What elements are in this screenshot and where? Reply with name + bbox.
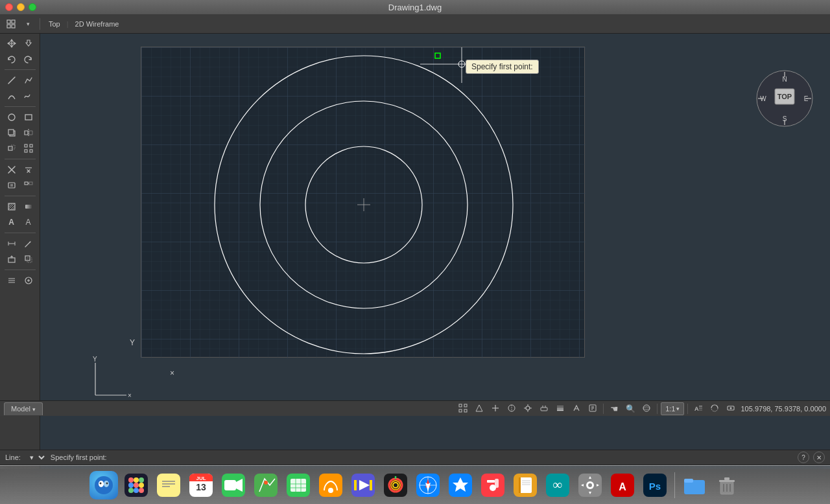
drawing-canvas[interactable]: Specify first point: [141, 47, 585, 358]
arc-tool-btn[interactable] [3, 89, 19, 103]
maximize-button[interactable] [29, 3, 36, 11]
polar-btn[interactable] [504, 402, 519, 415]
redo-btn[interactable] [20, 52, 36, 66]
dropdown-btn[interactable]: ▾ [21, 17, 35, 31]
display-mode-label[interactable]: 2D Wireframe [71, 20, 123, 28]
polyline-btn[interactable] [20, 73, 36, 87]
pan-view-btn[interactable]: ☚ [607, 402, 621, 415]
dock-item-finder-folder[interactable] [680, 471, 709, 499]
edit-tools [3, 163, 36, 177]
erase-btn[interactable] [3, 163, 19, 177]
svg-text:×: × [128, 392, 132, 399]
xref-btn[interactable] [20, 252, 36, 266]
lweight-btn[interactable] [553, 402, 567, 415]
svg-text:13: 13 [196, 482, 206, 492]
drawing-svg [141, 47, 586, 358]
zoom-scale-btn[interactable]: 1:1 ▾ [661, 402, 684, 415]
svg-line-4 [8, 77, 15, 84]
svg-point-117 [139, 483, 144, 488]
svg-point-118 [128, 488, 134, 493]
command-dropdown[interactable]: ▾ [25, 452, 47, 463]
move-tool-btn[interactable] [3, 36, 19, 51]
svg-rect-1 [12, 20, 15, 23]
trim-btn[interactable] [20, 163, 36, 177]
layer-btn[interactable] [3, 273, 19, 288]
dock-item-finder[interactable] [89, 471, 118, 499]
dock-item-launchpad[interactable] [122, 471, 150, 499]
ortho-btn[interactable] [488, 402, 503, 415]
dock-item-calendar[interactable]: JUL13 [187, 471, 215, 499]
dock-item-photos[interactable] [381, 471, 410, 499]
spline-btn[interactable] [20, 89, 36, 103]
svg-text:S: S [783, 115, 787, 122]
array-btn[interactable] [20, 141, 36, 155]
dim-tools [3, 236, 36, 251]
svg-text:TOP: TOP [777, 93, 792, 100]
close-button[interactable] [5, 3, 13, 11]
svg-rect-160 [487, 480, 495, 483]
dock-item-numbers[interactable] [284, 471, 313, 499]
snap-btn[interactable] [472, 402, 486, 415]
dock-item-safari[interactable] [414, 471, 442, 499]
dock-item-facetime[interactable] [219, 471, 248, 499]
dock-item-itunes[interactable] [479, 471, 507, 499]
properties-btn[interactable] [3, 178, 19, 192]
minimize-button[interactable] [17, 3, 25, 11]
mtext-btn[interactable]: A [20, 215, 36, 229]
line-tool-btn[interactable] [3, 73, 19, 87]
hatch-btn[interactable] [3, 200, 19, 214]
dock-item-sysprefs[interactable] [576, 471, 604, 499]
dock-item-garageband[interactable] [316, 471, 345, 499]
text-btn[interactable]: A [3, 215, 19, 229]
mirror-btn[interactable] [20, 126, 36, 140]
isolate-btn[interactable] [724, 402, 738, 415]
offset-btn[interactable] [3, 141, 19, 155]
circle-tool-btn[interactable] [3, 110, 19, 124]
coordinates: 105.9798, 75.9378, 0.0000 [741, 405, 826, 413]
svg-rect-131 [224, 480, 236, 490]
leader-btn[interactable] [20, 236, 36, 251]
rect-tool-btn[interactable] [20, 110, 36, 124]
undo-btn[interactable] [3, 52, 19, 66]
ws-sync-btn[interactable] [707, 402, 722, 415]
svg-rect-136 [290, 479, 306, 492]
qp-btn[interactable] [586, 402, 600, 415]
quick-prop-btn[interactable] [20, 273, 36, 288]
model-tab[interactable]: Model ▾ [4, 402, 43, 415]
view-label-top[interactable]: Top [45, 20, 64, 28]
pan-tool-btn[interactable] [20, 36, 36, 51]
svg-point-134 [264, 481, 268, 485]
orbit-btn[interactable] [639, 402, 654, 415]
dim-btn[interactable] [3, 236, 19, 251]
dock-item-maps[interactable] [252, 471, 280, 499]
help-btn[interactable]: ? [798, 452, 809, 463]
sep-right-2 [657, 404, 658, 414]
dock-item-ibooks[interactable] [511, 471, 540, 499]
lt-sep-2 [5, 106, 36, 107]
svg-rect-14 [25, 150, 27, 152]
snap-grid-btn[interactable] [456, 402, 470, 415]
dynin-btn[interactable] [537, 402, 551, 415]
close-prompt-btn[interactable]: ✕ [813, 452, 825, 463]
osnap-btn[interactable] [521, 402, 535, 415]
dock-item-imovie[interactable] [349, 471, 377, 499]
dock-item-autocad[interactable]: A [608, 471, 637, 499]
window-title: Drawing1.dwg [388, 3, 442, 12]
copy-btn[interactable] [3, 126, 19, 140]
tp-btn[interactable] [569, 402, 584, 415]
zoom-scale-arrow: ▾ [676, 406, 680, 412]
matchprop-btn[interactable] [20, 178, 36, 192]
svg-text:JUL: JUL [196, 475, 206, 481]
svg-rect-36 [8, 258, 15, 262]
insert-block-btn[interactable] [3, 252, 19, 266]
dock-item-trash[interactable] [713, 471, 741, 499]
zoom-btn[interactable]: 🔍 [623, 402, 637, 415]
dock-item-notes[interactable] [154, 471, 183, 499]
dock-item-appstore[interactable] [446, 471, 475, 499]
dock-item-photoshop[interactable]: Ps [641, 471, 669, 499]
anno-scale-btn[interactable]: A [691, 402, 706, 415]
dock-item-arduino[interactable]: ∞ [543, 471, 572, 499]
svg-text:W: W [760, 95, 766, 102]
workspace-btn[interactable] [4, 17, 18, 31]
gradient-btn[interactable] [20, 200, 36, 214]
